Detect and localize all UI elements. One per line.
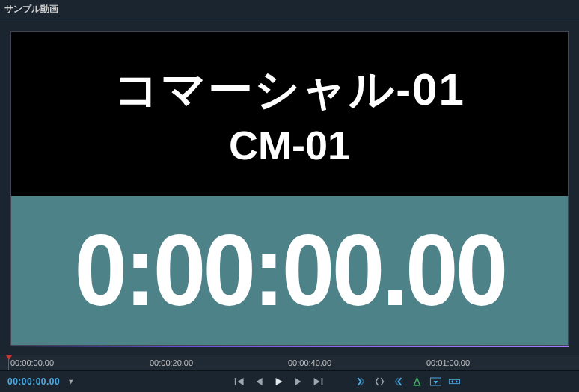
svg-marker-4 <box>295 378 301 385</box>
play-icon <box>275 377 284 386</box>
marker-controls <box>355 376 460 388</box>
svg-marker-1 <box>238 378 244 385</box>
timecode-dropdown-icon[interactable]: ▼ <box>67 378 74 385</box>
video-frame[interactable]: コマーシャル-01 CM-01 0:00:00.00 <box>10 31 569 346</box>
go-start-icon <box>235 377 245 386</box>
go-end-icon <box>313 377 323 386</box>
prev-frame-button[interactable] <box>254 376 266 388</box>
ruler-tick: 00:01:00.00 <box>426 358 470 367</box>
svg-marker-7 <box>414 378 420 385</box>
extract-button[interactable] <box>448 376 460 388</box>
slate-line-1: コマーシャル-01 <box>114 60 465 120</box>
svg-marker-3 <box>276 378 283 385</box>
safe-area-button[interactable] <box>411 376 423 388</box>
lift-icon <box>429 376 441 387</box>
transport-controls <box>234 376 324 388</box>
go-end-button[interactable] <box>312 376 324 388</box>
lift-button[interactable] <box>429 376 441 388</box>
video-title-slate: コマーシャル-01 CM-01 <box>11 32 568 196</box>
slate-line-2: CM-01 <box>229 122 350 168</box>
svg-marker-2 <box>257 378 263 385</box>
preview-panel: サンプル動画 コマーシャル-01 CM-01 0:00:00.00 00:00:… <box>0 0 579 392</box>
svg-marker-11 <box>451 379 453 383</box>
mark-out-icon <box>393 376 402 387</box>
next-frame-button[interactable] <box>292 376 304 388</box>
mark-in-button[interactable] <box>355 376 367 388</box>
video-timecode-slate: 0:00:00.00 <box>11 196 568 345</box>
panel-title: サンプル動画 <box>0 0 579 19</box>
ruler-tick: 00:00:40.00 <box>288 358 331 367</box>
preview-area: コマーシャル-01 CM-01 0:00:00.00 <box>0 19 579 355</box>
current-timecode[interactable]: 00:00:00.00 <box>7 376 60 387</box>
svg-rect-10 <box>449 379 459 383</box>
slate-timecode: 0:00:00.00 <box>74 212 505 328</box>
playhead-line <box>8 355 9 370</box>
playback-strip <box>10 346 569 347</box>
ruler-tick: 00:00:00.00 <box>10 358 54 367</box>
time-ruler[interactable]: 00:00:00.00 00:00:20.00 00:00:40.00 00:0… <box>0 355 579 371</box>
safe-area-icon <box>412 376 421 387</box>
svg-marker-9 <box>433 381 438 384</box>
prev-frame-icon <box>255 377 264 386</box>
svg-rect-6 <box>322 378 323 385</box>
ruler-tick: 00:00:20.00 <box>150 358 193 367</box>
go-start-button[interactable] <box>234 376 246 388</box>
mark-out-button[interactable] <box>392 376 404 388</box>
svg-marker-12 <box>456 379 458 383</box>
mark-toggle-button[interactable] <box>373 376 385 388</box>
mark-toggle-icon <box>375 376 384 387</box>
play-button[interactable] <box>273 376 285 388</box>
next-frame-icon <box>294 377 303 386</box>
control-bar: 00:00:00.00 ▼ <box>0 371 579 392</box>
mark-in-icon <box>356 376 365 387</box>
svg-marker-5 <box>314 378 320 385</box>
extract-icon <box>448 376 460 387</box>
svg-rect-0 <box>235 378 236 385</box>
